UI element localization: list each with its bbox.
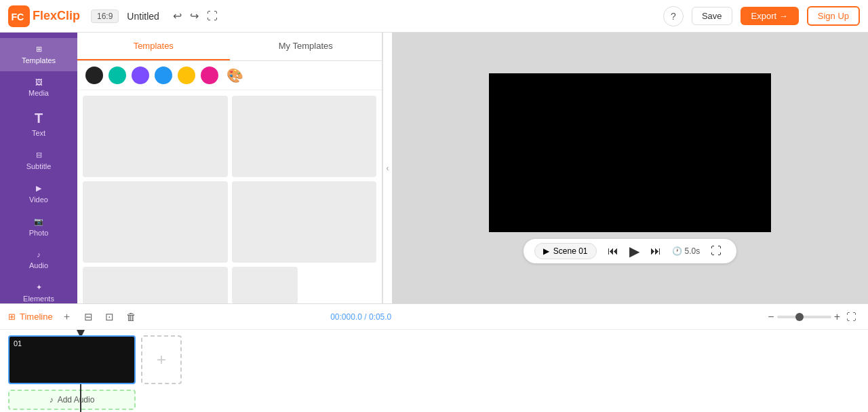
- audio-icon: ♪: [37, 250, 41, 259]
- color-filter-yellow[interactable]: [178, 67, 195, 84]
- play-small-icon: ▶: [543, 246, 549, 256]
- undo-redo-group: ↩ ↪ ⛶: [170, 7, 220, 25]
- preview-controls: ▶ Scene 01 ⏮ ▶ ⏭ 🕐 5.0s ⛶: [524, 239, 736, 263]
- project-title: Untitled: [127, 11, 159, 22]
- zoom-in-button[interactable]: +: [834, 311, 840, 323]
- scene-track: 01 ♪ Add Audio: [8, 335, 136, 410]
- redo-button[interactable]: ↪: [187, 7, 201, 25]
- panel-collapse-handle[interactable]: ‹: [382, 33, 392, 303]
- fullscreen-preview-button[interactable]: ⛶: [707, 244, 726, 259]
- fit-timeline-button[interactable]: ⛶: [843, 310, 860, 324]
- music-icon: ♪: [50, 395, 54, 405]
- add-audio-button[interactable]: ♪ Add Audio: [8, 390, 136, 410]
- aspect-ratio-badge[interactable]: 16:9: [91, 10, 119, 23]
- palette-icon[interactable]: 🎨: [226, 67, 243, 83]
- templates-icon: ⊞: [36, 45, 42, 54]
- fullscreen-button[interactable]: ⛶: [204, 7, 220, 25]
- delete-button[interactable]: 🗑: [123, 310, 140, 324]
- svg-text:FC: FC: [11, 12, 24, 22]
- scene-clip-01[interactable]: 01: [8, 335, 136, 384]
- sidebar-item-templates[interactable]: ⊞ Templates: [0, 38, 77, 71]
- color-filter-bar: 🎨: [77, 61, 382, 90]
- preview-canvas: [489, 73, 771, 232]
- panel-tabs: Templates My Templates: [77, 33, 382, 61]
- add-clip-button[interactable]: ＋: [58, 309, 75, 324]
- sidebar-item-video[interactable]: ▶ Video: [0, 177, 77, 210]
- timeline-toolbar: ⊞ Timeline ＋ ⊟ ⊡ 🗑 00:000.0 / 0:05.0 − +…: [0, 304, 868, 330]
- main-area: ⊞ Templates 🖼 Media T Text ⊟ Subtitle ▶ …: [0, 33, 868, 303]
- template-card[interactable]: [232, 96, 377, 177]
- sidebar: ⊞ Templates 🖼 Media T Text ⊟ Subtitle ▶ …: [0, 33, 77, 303]
- sidebar-item-subtitle[interactable]: ⊟ Subtitle: [0, 144, 77, 177]
- template-card[interactable]: [83, 181, 228, 263]
- skip-back-button[interactable]: ⏮: [604, 244, 623, 259]
- color-filter-pink[interactable]: [201, 67, 218, 84]
- logo: FC FlexClip: [8, 5, 83, 27]
- skip-forward-button[interactable]: ⏭: [646, 244, 665, 259]
- text-icon: T: [35, 111, 43, 126]
- export-button[interactable]: Export →: [741, 7, 799, 25]
- timeline-icon: ⊞: [8, 312, 16, 322]
- subtitle-icon: ⊟: [36, 151, 42, 160]
- topbar: FC FlexClip 16:9 Untitled ↩ ↪ ⛶ ? Save E…: [0, 0, 868, 33]
- color-filter-black[interactable]: [85, 67, 103, 84]
- media-icon: 🖼: [35, 78, 43, 86]
- sidebar-item-photo[interactable]: 📷 Photo: [0, 210, 77, 244]
- zoom-slider[interactable]: [777, 316, 831, 318]
- color-filter-teal[interactable]: [108, 67, 126, 84]
- elements-icon: ✦: [36, 283, 42, 292]
- template-card[interactable]: [83, 96, 228, 177]
- template-card[interactable]: [83, 267, 228, 303]
- signup-button[interactable]: Sign Up: [807, 6, 860, 26]
- scene-label: Scene 01: [553, 246, 588, 256]
- photo-icon: 📷: [34, 217, 43, 226]
- help-button[interactable]: ?: [663, 6, 684, 26]
- timeline-area: ⊞ Timeline ＋ ⊟ ⊡ 🗑 00:000.0 / 0:05.0 − +…: [0, 303, 868, 412]
- sidebar-item-media[interactable]: 🖼 Media: [0, 71, 77, 104]
- play-button[interactable]: ▶: [629, 243, 639, 259]
- template-grid: [77, 90, 382, 303]
- preview-area: ▶ Scene 01 ⏮ ▶ ⏭ 🕐 5.0s ⛶: [392, 33, 868, 303]
- video-icon: ▶: [36, 184, 41, 193]
- color-filter-blue[interactable]: [155, 67, 172, 84]
- template-card[interactable]: [232, 267, 298, 303]
- sidebar-item-text[interactable]: T Text: [0, 104, 77, 144]
- sidebar-item-audio[interactable]: ♪ Audio: [0, 244, 77, 276]
- duplicate-button[interactable]: ⊡: [102, 310, 117, 324]
- zoom-controls: − + ⛶: [768, 310, 860, 324]
- split-button[interactable]: ⊟: [81, 310, 96, 324]
- timeline-label: ⊞ Timeline: [8, 312, 53, 322]
- duration-badge: 🕐 5.0s: [672, 246, 701, 256]
- scene-clip-number: 01: [14, 339, 22, 348]
- zoom-out-button[interactable]: −: [768, 311, 774, 323]
- duration-value: 5.0s: [685, 246, 701, 256]
- color-filter-purple[interactable]: [132, 67, 149, 84]
- undo-button[interactable]: ↩: [170, 7, 184, 25]
- template-card[interactable]: [232, 181, 377, 263]
- tab-my-templates[interactable]: My Templates: [230, 33, 382, 60]
- scene-selector[interactable]: ▶ Scene 01: [534, 243, 597, 259]
- templates-panel: Templates My Templates 🎨: [77, 33, 382, 303]
- save-button[interactable]: Save: [692, 7, 732, 25]
- clock-icon: 🕐: [672, 246, 682, 256]
- timeline-time-display: 00:000.0 / 0:05.0: [330, 312, 391, 322]
- timeline-content: 01 ♪ Add Audio +: [0, 330, 868, 412]
- add-scene-button[interactable]: +: [141, 335, 182, 384]
- tab-templates[interactable]: Templates: [77, 33, 230, 60]
- sidebar-item-elements[interactable]: ✦ Elements: [0, 276, 77, 303]
